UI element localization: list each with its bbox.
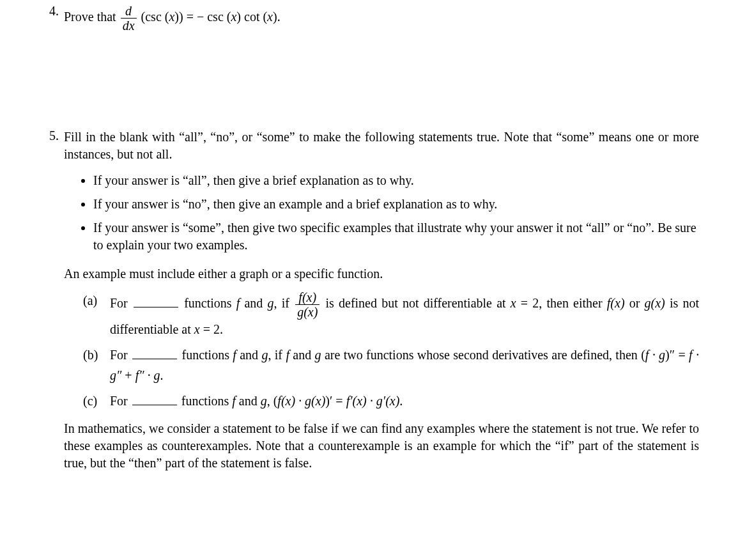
p5c-and: and <box>236 394 261 408</box>
p5b-t3: , if <box>268 348 286 362</box>
p5b-rhs2: f″ · g <box>135 368 160 382</box>
p5a-and: and <box>240 296 267 310</box>
p5b-t2: functions <box>178 348 233 362</box>
p5-bullet-3: If your answer is “some”, then give two … <box>93 219 699 254</box>
p4-mid1: )) = − <box>174 10 207 24</box>
p5c-t2: functions <box>178 394 232 408</box>
p5b-plus: + <box>121 368 135 382</box>
frac-top: d <box>121 4 137 19</box>
problem-5-number: 5. <box>32 128 64 472</box>
p5-c-body: For functions f and g, (f(x) · g(x))′ = … <box>110 391 699 411</box>
problem-5: 5. Fill in the blank with “all”, “no”, o… <box>32 128 699 472</box>
p5-c-label: (c) <box>83 391 110 411</box>
p4-csc2: csc <box>207 10 224 24</box>
p5-subparts: (a) For functions f and g, if f(x) g(x) … <box>64 290 699 411</box>
p4-lp3: ( <box>259 10 267 24</box>
p5a-g: g <box>268 296 274 310</box>
p4-lp1: ( <box>162 10 169 24</box>
p5-footnote: In mathematics, we consider a statement … <box>64 420 699 472</box>
p5a-t6: = 2. <box>200 322 223 336</box>
p5b-fdotg: f · g <box>645 348 665 362</box>
frac-top-fx: f(x) <box>295 290 319 305</box>
p5b-t6: . <box>160 368 164 382</box>
p4-lead: Prove that <box>64 10 119 24</box>
p5c-lhs: f(x) · g(x) <box>277 394 325 408</box>
p5b-and: and <box>236 348 262 362</box>
p4-x2: x <box>231 10 236 24</box>
p5a-x1: x <box>511 296 516 310</box>
p5b-t1: For <box>110 348 131 362</box>
p5b-g: g <box>261 348 268 362</box>
p5c-t5: . <box>399 394 403 408</box>
frac-bottom: dx <box>121 19 137 33</box>
problem-5-body: Fill in the blank with “all”, “no”, or “… <box>64 128 699 472</box>
p4-end: ). <box>273 10 281 24</box>
p5a-t3: , if <box>274 296 295 310</box>
blank-c <box>132 393 177 405</box>
p5c-g: g <box>261 394 267 408</box>
p5c-t4: )′ = <box>325 394 346 408</box>
p4-csc1: csc <box>145 10 162 24</box>
p5a-t2: functions <box>180 296 236 310</box>
p5a-t4: is defined but not differentiable at <box>326 296 511 310</box>
p5-a-label: (a) <box>83 290 110 339</box>
p5-bullet-2: If your answer is “no”, then give an exa… <box>93 196 699 213</box>
p5-b-label: (b) <box>83 345 110 385</box>
p5c-t3: , ( <box>267 394 278 408</box>
frac-bot-gx: g(x) <box>295 305 319 319</box>
p5c-t1: For <box>110 394 131 408</box>
problem-4-number: 4. <box>32 4 64 33</box>
p5b-t5: )″ = <box>665 348 689 362</box>
p5-example-note: An example must include either a graph o… <box>64 265 699 283</box>
problem-4-body: Prove that d dx (csc (x)) = − csc (x) co… <box>64 4 699 33</box>
p5b-t4: are two functions whose second derivativ… <box>321 348 645 362</box>
blank-b <box>132 347 177 359</box>
p4-cot: cot <box>244 10 259 24</box>
p5-bullet-1: If your answer is “all”, then give a bri… <box>93 172 699 189</box>
blank-a <box>134 295 178 307</box>
p5-b-body: For functions f and g, if f and g are tw… <box>110 345 699 385</box>
fraction-d-dx: d dx <box>121 4 137 33</box>
p4-x3: x <box>267 10 273 24</box>
p5b-and2: and <box>289 348 315 362</box>
p4-x1: x <box>169 10 174 24</box>
p5-part-a: (a) For functions f and g, if f(x) g(x) … <box>83 290 699 339</box>
p5-a-body: For functions f and g, if f(x) g(x) is d… <box>110 290 699 339</box>
p5a-gx: g(x) <box>645 296 665 310</box>
p5a-or: or <box>625 296 645 310</box>
p5a-t1: For <box>110 296 132 310</box>
p5c-rhs: f′(x) · g′(x) <box>346 394 400 408</box>
p5-intro: Fill in the blank with “all”, “no”, or “… <box>64 128 699 163</box>
p5b-g2: g <box>315 348 321 362</box>
fraction-fx-gx: f(x) g(x) <box>295 290 319 319</box>
p5-bullet-list: If your answer is “all”, then give a bri… <box>64 172 699 254</box>
problem-4: 4. Prove that d dx (csc (x)) = − csc (x)… <box>32 4 699 33</box>
p5a-x2: x <box>194 322 200 336</box>
p5a-fx: f(x) <box>607 296 625 310</box>
p4-mid2: ) <box>236 10 244 24</box>
p5-part-c: (c) For functions f and g, (f(x) · g(x))… <box>83 391 699 411</box>
p5-part-b: (b) For functions f and g, if f and g ar… <box>83 345 699 385</box>
p4-lp2: ( <box>224 10 231 24</box>
p5a-eq: = 2, then either <box>516 296 607 310</box>
